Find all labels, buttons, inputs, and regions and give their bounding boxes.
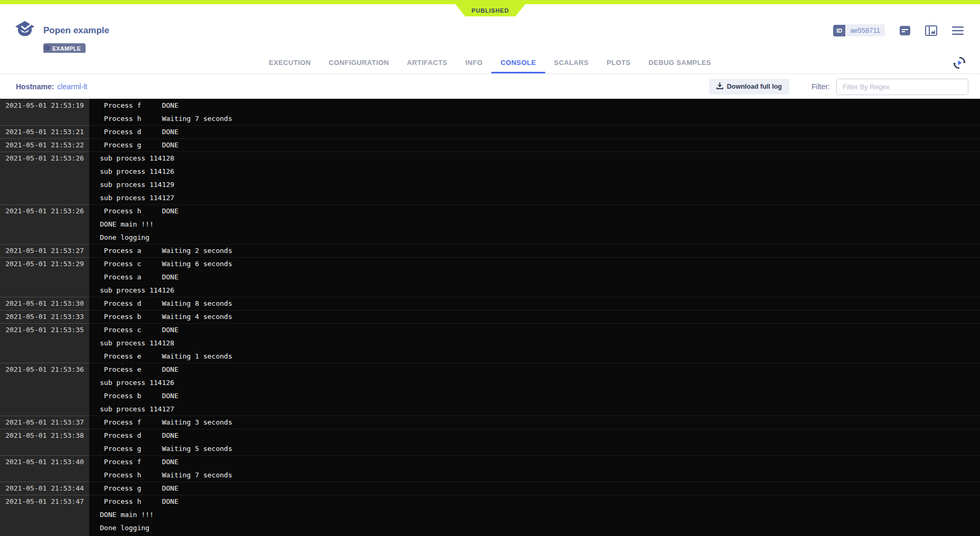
log-timestamp: 2021-05-01 21:53:19: [0, 99, 89, 125]
log-messages: Process f Waiting 3 seconds: [89, 416, 980, 429]
log-timestamp: 2021-05-01 21:53:30: [0, 297, 89, 310]
log-line: Process c Waiting 6 seconds: [100, 257, 980, 270]
log-timestamp: 2021-05-01 21:53:36: [0, 363, 89, 416]
log-line: Process e DONE: [100, 363, 980, 376]
log-line: sub process 114129: [100, 178, 980, 191]
log-line: Done logging: [100, 521, 980, 534]
log-line: DONE main !!!: [100, 218, 980, 231]
log-timestamp: 2021-05-01 21:53:37: [0, 416, 89, 429]
log-line: sub process 114126: [100, 284, 980, 297]
log-line: sub process 114127: [100, 191, 980, 204]
log-line: Process a Waiting 2 seconds: [100, 244, 980, 257]
log-messages: Process d DONE Process g Waiting 5 secon…: [89, 429, 980, 455]
log-timestamp: 2021-05-01 21:53:26: [0, 152, 89, 204]
log-line: Process f DONE: [100, 455, 980, 468]
header-actions: ID ae558711: [833, 24, 964, 36]
log-timestamp: 2021-05-01 21:53:27: [0, 244, 89, 257]
log-line: Process h DONE: [100, 204, 980, 218]
details-panel-icon[interactable]: [925, 25, 937, 36]
log-messages: Process e DONEsub process 114126 Process…: [89, 363, 980, 416]
log-entry: 2021-05-01 21:53:26 Process h DONEDONE m…: [0, 204, 980, 244]
hostname-label: Hostname:: [16, 82, 54, 91]
download-full-log-label: Download full log: [727, 83, 782, 90]
log-line: Process c DONE: [100, 323, 980, 336]
console-log[interactable]: 2021-05-01 21:53:19 Process f DONE Proce…: [0, 99, 980, 536]
log-line: sub process 114126: [100, 376, 980, 389]
log-messages: Process d DONE: [89, 125, 980, 138]
log-entry: 2021-05-01 21:53:38 Process d DONE Proce…: [0, 429, 980, 455]
log-messages: Process c DONEsub process 114128 Process…: [89, 323, 980, 363]
tab-configuration[interactable]: CONFIGURATION: [320, 59, 398, 73]
task-id-chip[interactable]: ID ae558711: [833, 24, 885, 36]
tab-debug-samples[interactable]: DEBUG SAMPLES: [640, 59, 721, 73]
log-entry: 2021-05-01 21:53:30 Process d Waiting 8 …: [0, 297, 980, 310]
console-toolbar: Hostname: clearml-lt Download full log F…: [0, 74, 980, 99]
log-entry: 2021-05-01 21:53:29 Process c Waiting 6 …: [0, 257, 980, 297]
log-entry: 2021-05-01 21:53:44 Process g DONE: [0, 482, 980, 495]
log-entry: 2021-05-01 21:53:35 Process c DONEsub pr…: [0, 323, 980, 363]
log-entry: 2021-05-01 21:53:40 Process f DONE Proce…: [0, 455, 980, 482]
log-entry: 2021-05-01 21:53:27 Process a Waiting 2 …: [0, 244, 980, 257]
log-line: Process d DONE: [100, 429, 980, 442]
log-messages: Process b Waiting 4 seconds: [89, 310, 980, 323]
log-line: Process h Waiting 7 seconds: [100, 112, 980, 125]
log-line: sub process 114126: [100, 165, 980, 178]
log-timestamp: 2021-05-01 21:53:38: [0, 429, 89, 455]
log-line: Process g DONE: [100, 482, 980, 495]
log-line: Done logging: [100, 231, 980, 244]
log-messages: Process g DONE: [89, 138, 980, 152]
tab-plots[interactable]: PLOTS: [598, 59, 639, 73]
log-timestamp: 2021-05-01 21:53:33: [0, 310, 89, 323]
log-entry: 2021-05-01 21:53:36 Process e DONEsub pr…: [0, 363, 980, 416]
log-messages: Process h DONEDONE main !!!Done logging: [89, 204, 980, 244]
console-toolbar-actions: Download full log Filter:: [709, 79, 968, 95]
log-line: Process f Waiting 3 seconds: [100, 416, 980, 429]
log-messages: Process d Waiting 8 seconds: [89, 297, 980, 310]
filter-regex-input[interactable]: [836, 79, 968, 95]
log-line: Process a DONE: [100, 270, 980, 284]
log-line: sub process 114128: [100, 152, 980, 165]
log-messages: Process g DONE: [89, 482, 980, 495]
auto-refresh-icon[interactable]: [953, 56, 966, 70]
top-accent-bar: [0, 0, 980, 4]
log-timestamp: 2021-05-01 21:53:35: [0, 323, 89, 363]
example-tag-badge[interactable]: ⚙ EXAMPLE: [43, 43, 86, 53]
log-line: sub process 114128: [100, 336, 980, 350]
log-line: Process b DONE: [100, 389, 980, 402]
log-entry: 2021-05-01 21:53:21 Process d DONE: [0, 125, 980, 138]
log-entry: 2021-05-01 21:53:26 sub process 114128su…: [0, 152, 980, 204]
log-line: Process f DONE: [100, 99, 980, 112]
filter-label: Filter:: [811, 82, 830, 91]
download-full-log-button[interactable]: Download full log: [709, 79, 789, 95]
log-line: Process g Waiting 5 seconds: [100, 442, 980, 455]
log-line: Process h DONE: [100, 495, 980, 508]
tab-artifacts[interactable]: ARTIFACTS: [398, 59, 456, 73]
log-timestamp: 2021-05-01 21:53:29: [0, 257, 89, 297]
page-title: Popen example: [43, 25, 109, 36]
tab-info[interactable]: INFO: [456, 59, 492, 73]
log-messages: Process f DONE Process h Waiting 7 secon…: [89, 455, 980, 482]
log-messages: Process h DONEDONE main !!!Done logging: [89, 495, 980, 534]
download-icon: [716, 82, 723, 91]
log-entry: 2021-05-01 21:53:37 Process f Waiting 3 …: [0, 416, 980, 429]
log-messages: Process a Waiting 2 seconds: [89, 244, 980, 257]
tab-console[interactable]: CONSOLE: [491, 59, 545, 73]
status-ribbon: PUBLISHED: [455, 4, 525, 16]
comments-icon[interactable]: [899, 25, 911, 36]
tab-execution[interactable]: EXECUTION: [260, 59, 320, 73]
tabs-container: EXECUTIONCONFIGURATIONARTIFACTSINFOCONSO…: [0, 53, 980, 73]
gear-icon: ⚙: [44, 44, 50, 52]
status-ribbon-label: PUBLISHED: [472, 7, 509, 14]
log-line: Process d DONE: [100, 125, 980, 138]
log-line: DONE main !!!: [100, 508, 980, 521]
log-line: Process e Waiting 1 seconds: [100, 350, 980, 363]
log-line: sub process 114127: [100, 402, 980, 416]
log-timestamp: 2021-05-01 21:53:44: [0, 482, 89, 495]
log-entry: 2021-05-01 21:53:22 Process g DONE: [0, 138, 980, 152]
log-messages: Process f DONE Process h Waiting 7 secon…: [89, 99, 980, 125]
log-timestamp: 2021-05-01 21:53:22: [0, 138, 89, 152]
tab-scalars[interactable]: SCALARS: [545, 59, 598, 73]
menu-icon[interactable]: [951, 26, 964, 35]
id-badge: ID: [833, 25, 845, 36]
log-messages: Process c Waiting 6 seconds Process a DO…: [89, 257, 980, 297]
